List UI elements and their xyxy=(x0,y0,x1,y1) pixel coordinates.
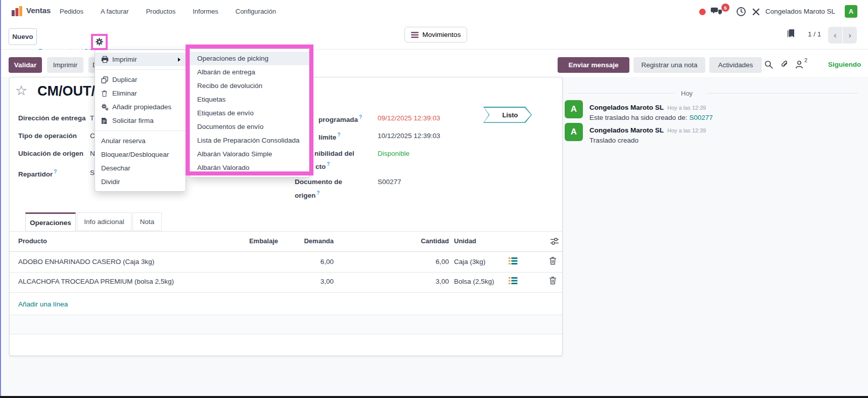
submenu-item-albaran-valorado-simple[interactable]: Albarán Valorado Simple xyxy=(190,147,309,161)
new-button[interactable]: Nuevo xyxy=(9,28,37,45)
activities-clock-icon[interactable] xyxy=(736,7,746,17)
search-messages-icon[interactable] xyxy=(764,60,773,69)
field-value-disponibilidad[interactable]: Disponible xyxy=(378,150,409,157)
submenu-item-recibo-de-devolucion[interactable]: Recibo de devolución xyxy=(190,79,309,93)
detailed-operations-icon[interactable] xyxy=(509,277,518,285)
menu-item-solicitar-firma[interactable]: Solicitar firma xyxy=(95,114,186,127)
detailed-operations-icon[interactable] xyxy=(509,257,518,265)
company-name[interactable]: Congelados Maroto SL xyxy=(765,8,835,15)
gear-actions-icon[interactable] xyxy=(95,37,104,46)
field-value-repartidor[interactable]: S xyxy=(90,169,95,176)
message-author[interactable]: Congelados Maroto SL xyxy=(589,126,664,134)
menu-item-anular-reserva[interactable]: Anular reserva xyxy=(95,134,186,148)
printer-icon xyxy=(101,56,112,63)
favorite-star-icon[interactable]: ☆ xyxy=(15,84,27,98)
menu-item-anadir-propiedades[interactable]: Añadir propiedades xyxy=(95,100,186,114)
divider xyxy=(10,334,562,334)
validate-button[interactable]: Validar xyxy=(9,57,42,73)
delete-row-icon[interactable] xyxy=(549,256,557,265)
submenu-item-etiquetas[interactable]: Etiquetas xyxy=(190,93,309,106)
menu-item-imprimir[interactable]: Imprimir xyxy=(95,53,186,66)
document-icon xyxy=(101,117,112,124)
log-note-button[interactable]: Registrar una nota xyxy=(633,57,705,73)
tab-operaciones[interactable]: Operaciones xyxy=(25,212,76,232)
menu-item-dividir[interactable]: Dividir xyxy=(95,175,186,189)
submenu-item-documentos-de-envio[interactable]: Documentos de envío xyxy=(190,120,309,134)
field-label-disponibilidad-line2: cto? xyxy=(315,161,330,170)
followers-count: 2 xyxy=(804,57,807,63)
field-value-documento-origen[interactable]: S00277 xyxy=(378,178,401,186)
app-logo-icon[interactable] xyxy=(11,6,23,17)
table-row-product[interactable]: ADOBO ENHARINADO CASERO (Caja 3kg) xyxy=(18,258,154,266)
bookmark-icon[interactable] xyxy=(787,29,795,39)
followers-icon[interactable] xyxy=(795,60,803,69)
submenu-item-albaran-de-entrega[interactable]: Albarán de entrega xyxy=(190,65,309,79)
cogs-icon xyxy=(101,104,112,111)
column-header-producto[interactable]: Producto xyxy=(18,237,47,245)
nav-item-a-facturar[interactable]: A facturar xyxy=(101,8,129,15)
field-value-fecha-programada[interactable]: 09/12/2025 12:39:03 xyxy=(378,114,440,122)
divider xyxy=(10,292,562,293)
print-submenu: Operaciones de picking Albarán de entreg… xyxy=(190,49,309,178)
menu-item-bloquear-desbloquear[interactable]: Bloquear/Desbloquear xyxy=(95,148,186,161)
activities-button[interactable]: Actividades xyxy=(709,57,762,73)
table-row-product[interactable]: ALCACHOFA TROCEADA PREMIUM (bolsa 2,5kg) xyxy=(18,278,174,285)
nav-item-configuracion[interactable]: Configuración xyxy=(236,8,276,15)
app-name[interactable]: Ventas xyxy=(26,6,51,15)
nav-item-pedidos[interactable]: Pedidos xyxy=(60,8,83,15)
gear-dropdown-menu: Imprimir Duplicar Eliminar xyxy=(95,50,186,192)
user-avatar[interactable]: A xyxy=(845,5,857,18)
help-icon: ? xyxy=(337,132,340,138)
delete-row-icon[interactable] xyxy=(549,276,557,285)
tab-nota[interactable]: Nota xyxy=(132,212,162,231)
table-row-unit[interactable]: Bolsa (2,5kg) xyxy=(454,278,494,285)
activity-dot-icon[interactable] xyxy=(699,9,706,15)
movements-smart-button[interactable]: Movimientos xyxy=(404,27,467,42)
tab-info-adicional[interactable]: Info adicional xyxy=(77,212,131,231)
field-value-direccion-entrega[interactable]: T xyxy=(90,114,94,122)
table-row-qty[interactable]: 6,00 xyxy=(398,258,449,266)
empty-row xyxy=(10,315,562,334)
tools-icon[interactable] xyxy=(751,7,761,17)
table-row-qty[interactable]: 3,00 xyxy=(398,278,449,285)
optional-columns-icon[interactable] xyxy=(550,237,559,245)
column-header-embalaje[interactable]: Embalaje xyxy=(227,237,278,245)
submenu-item-lista-preparacion-consolidada[interactable]: Lista de Preparación Consolidada xyxy=(190,134,309,147)
attachments-icon[interactable] xyxy=(780,60,789,69)
column-header-unidad[interactable]: Unidad xyxy=(454,237,476,245)
message-record-link[interactable]: S00277 xyxy=(689,114,713,121)
field-label-documento-origen-line1: Documento de xyxy=(295,178,342,186)
divider xyxy=(10,272,562,273)
message-author[interactable]: Congelados Maroto SL xyxy=(589,104,664,111)
submenu-item-albaran-valorado[interactable]: Albarán Valorado xyxy=(190,161,309,174)
column-header-cantidad[interactable]: Cantidad xyxy=(398,237,449,245)
divider xyxy=(95,130,186,131)
stage-listo-active[interactable]: Listo xyxy=(483,107,532,123)
trash-icon xyxy=(101,90,112,97)
nav-item-productos[interactable]: Productos xyxy=(146,8,176,15)
divider xyxy=(569,93,675,94)
field-label-tipo-operacion: Tipo de operación xyxy=(18,132,77,140)
avatar: A xyxy=(565,100,583,118)
following-toggle[interactable]: Siguiendo xyxy=(828,61,861,68)
submenu-caret-icon xyxy=(178,58,180,62)
column-header-demanda[interactable]: Demanda xyxy=(283,237,334,245)
add-line-link[interactable]: Añadir una línea xyxy=(18,300,68,308)
submenu-item-operaciones-de-picking[interactable]: Operaciones de picking xyxy=(190,52,309,65)
send-message-button[interactable]: Enviar mensaje xyxy=(558,57,629,73)
nav-item-informes[interactable]: Informes xyxy=(193,8,218,15)
field-value-fecha-limite[interactable]: 10/12/2025 12:39:03 xyxy=(378,132,440,140)
day-divider: Hoy xyxy=(681,90,693,97)
menu-item-eliminar[interactable]: Eliminar xyxy=(95,86,186,100)
stack-icon xyxy=(411,32,419,38)
submenu-item-etiquetas-de-envio[interactable]: Etiquetas de envío xyxy=(190,106,309,120)
menu-item-desechar[interactable]: Desechar xyxy=(95,161,186,175)
table-row-demand[interactable]: 3,00 xyxy=(283,278,334,285)
pager-previous-button[interactable]: ‹ xyxy=(828,27,842,43)
print-button[interactable]: Imprimir xyxy=(47,57,83,73)
table-row-unit[interactable]: Caja (3kg) xyxy=(454,258,485,266)
table-row-demand[interactable]: 6,00 xyxy=(283,258,334,266)
divider xyxy=(707,93,858,94)
pager-next-button[interactable]: › xyxy=(843,27,857,43)
menu-item-duplicar[interactable]: Duplicar xyxy=(95,73,186,86)
